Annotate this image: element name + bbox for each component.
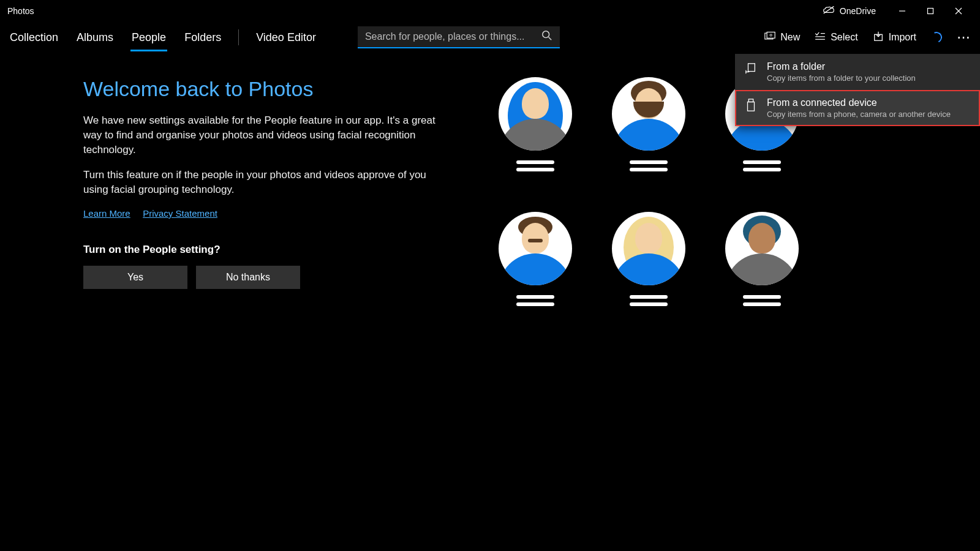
import-icon xyxy=(873,31,884,44)
svg-rect-8 xyxy=(767,32,775,38)
svg-rect-14 xyxy=(748,64,755,72)
avatar-name-placeholder xyxy=(516,160,554,175)
avatar xyxy=(612,77,685,151)
import-dropdown: From a folder Copy items from a folder t… xyxy=(735,54,980,126)
avatar-name-placeholder xyxy=(743,295,781,310)
learn-more-link[interactable]: Learn More xyxy=(83,208,130,219)
tab-collection[interactable]: Collection xyxy=(9,22,59,53)
select-label: Select xyxy=(831,32,858,43)
avatar-name-placeholder xyxy=(630,295,668,310)
import-label: Import xyxy=(889,32,916,43)
svg-rect-2 xyxy=(928,9,933,14)
avatar-name-placeholder xyxy=(743,160,781,175)
welcome-paragraph-1: We have new settings available for the P… xyxy=(83,113,439,157)
minimize-button[interactable] xyxy=(888,1,916,21)
cloud-off-icon xyxy=(823,6,835,17)
tab-folders[interactable]: Folders xyxy=(183,22,222,53)
onedrive-status[interactable]: OneDrive xyxy=(823,6,876,17)
welcome-title: Welcome back to Photos xyxy=(83,77,439,101)
search-icon[interactable] xyxy=(541,30,552,43)
avatar xyxy=(612,212,685,285)
menu-item-desc: Copy items from a phone, camera or anoth… xyxy=(767,110,951,119)
avatar xyxy=(499,212,572,285)
avatar xyxy=(499,77,572,151)
avatar-name-placeholder xyxy=(516,295,554,310)
usb-device-icon xyxy=(745,99,757,114)
menu-item-title: From a connected device xyxy=(767,97,951,108)
nav-separator xyxy=(238,29,239,45)
menu-item-title: From a folder xyxy=(767,61,916,72)
tab-video-editor[interactable]: Video Editor xyxy=(255,22,317,53)
more-button[interactable]: ⋯ xyxy=(957,29,971,45)
import-from-device[interactable]: From a connected device Copy items from … xyxy=(735,90,980,126)
tab-people[interactable]: People xyxy=(130,22,167,53)
svg-point-5 xyxy=(543,31,549,38)
new-label: New xyxy=(780,32,800,43)
people-setting-prompt: Turn on the People setting? xyxy=(83,244,439,256)
app-title: Photos xyxy=(7,6,34,16)
import-from-folder[interactable]: From a folder Copy items from a folder t… xyxy=(735,54,980,90)
select-icon xyxy=(815,32,826,43)
select-button[interactable]: Select xyxy=(815,32,858,43)
import-button[interactable]: Import xyxy=(873,31,916,44)
avatar-name-placeholder xyxy=(630,160,668,175)
menu-item-desc: Copy items from a folder to your collect… xyxy=(767,73,916,83)
avatar xyxy=(725,212,799,285)
tab-albums[interactable]: Albums xyxy=(75,22,115,53)
maximize-button[interactable] xyxy=(916,1,944,21)
loading-spinner-icon xyxy=(929,30,943,44)
folder-add-icon xyxy=(745,62,757,77)
svg-rect-17 xyxy=(748,99,753,102)
new-icon xyxy=(764,31,775,43)
search-input[interactable] xyxy=(365,31,541,42)
no-thanks-button[interactable]: No thanks xyxy=(196,266,300,289)
svg-rect-18 xyxy=(748,102,755,111)
welcome-paragraph-2: Turn this feature on if the people in yo… xyxy=(83,168,439,197)
onedrive-label: OneDrive xyxy=(840,6,876,16)
search-box[interactable] xyxy=(358,26,560,48)
new-button[interactable]: New xyxy=(764,31,800,43)
close-button[interactable] xyxy=(944,1,973,21)
privacy-link[interactable]: Privacy Statement xyxy=(143,208,217,219)
yes-button[interactable]: Yes xyxy=(83,266,187,289)
svg-line-6 xyxy=(549,37,552,40)
